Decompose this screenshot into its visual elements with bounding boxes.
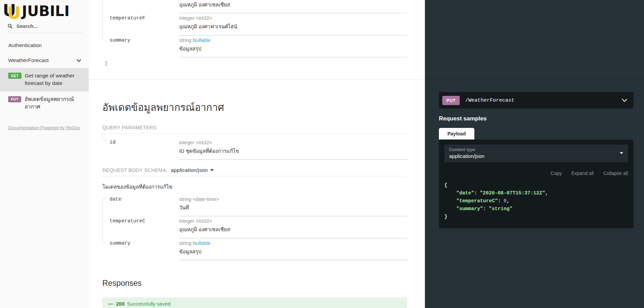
chevron-down-icon bbox=[622, 99, 627, 102]
nullable-flag: Nullable bbox=[193, 38, 211, 43]
field-description: อุณหภูมิ องศาฟาเรนต์ไฮน์ bbox=[179, 23, 407, 30]
schema-row: temperatureC integer <int32> อุณหภูมิ อง… bbox=[102, 216, 407, 238]
field-name: summary bbox=[102, 35, 179, 57]
param-name: id bbox=[102, 138, 179, 160]
nullable-flag: Nullable bbox=[193, 240, 211, 246]
code-line: "summary":"string" bbox=[444, 205, 628, 213]
closing-bracket: ] bbox=[104, 61, 407, 67]
content-type-value: application/json bbox=[171, 167, 208, 173]
endpoint-path: /WeatherForecast bbox=[465, 98, 622, 103]
expand-all-button[interactable]: Expand all bbox=[571, 171, 593, 176]
put-method-badge: PUT bbox=[442, 96, 460, 105]
caret-down-icon bbox=[210, 169, 214, 171]
sample-actions: Copy Expand all Collapse all bbox=[444, 171, 628, 176]
caret-down-icon bbox=[620, 152, 623, 154]
put-method-badge: PUT bbox=[8, 96, 21, 102]
field-description: อุณหภูมิ องศาเซลเซียส bbox=[179, 226, 407, 233]
sidebar-item-label: Get range of weather forecast by date bbox=[25, 72, 81, 87]
field-name: temperatureF bbox=[102, 13, 179, 35]
samples-panel: PUT /WeatherForecast Request samples Pay… bbox=[425, 0, 644, 308]
schema-row: temperatureF integer <int32> อุณหภูมิ อง… bbox=[102, 13, 407, 35]
responses-heading: Responses bbox=[102, 279, 407, 288]
chevron-down-icon bbox=[76, 59, 81, 62]
response-row-200[interactable]: — 200 Successfully saved bbox=[102, 297, 407, 308]
request-body-schema-label: REQUEST BODY SCHEMA: bbox=[102, 167, 168, 173]
field-type: string bbox=[179, 240, 191, 246]
query-parameters-table: id integer <int32> ID ชุดข้อมูลที่ต้องกา… bbox=[102, 134, 407, 160]
field-description: อุณหภูมิ องศาเซลเซียส bbox=[179, 1, 407, 8]
search-input[interactable]: Search... bbox=[8, 23, 84, 33]
request-body-description: โมเดลของข้อมูลที่ต้องการแก้ไข bbox=[102, 183, 407, 191]
field-description: ข้อมูลสรุป bbox=[179, 45, 407, 52]
brace-close: } bbox=[444, 214, 447, 219]
field-type: integer <int32> bbox=[179, 13, 407, 21]
schema-table: อุณหภูมิ องศาเซลเซียส temperatureF integ… bbox=[102, 0, 407, 57]
redoc-app: U U JUBILI Search... Authentication Weat… bbox=[0, 0, 644, 308]
logo: U U JUBILI bbox=[2, 1, 89, 20]
powered-by-redoc-link[interactable]: Documentation Powered by ReDoc bbox=[8, 125, 81, 130]
content-type-select[interactable]: Content type application/json bbox=[444, 145, 628, 162]
sidebar-item-weatherforecast[interactable]: WeatherForecast bbox=[0, 53, 89, 68]
field-type: integer <int32> bbox=[179, 216, 407, 224]
sidebar-nav: Authentication WeatherForecast GET Get r… bbox=[0, 38, 89, 115]
get-method-badge: GET bbox=[8, 73, 22, 79]
content-type-label: Content type bbox=[449, 147, 623, 152]
request-body-table: date string <date-time> วันที่ temperatu… bbox=[102, 194, 407, 260]
schema-row: summary string Nullable ข้อมูลสรุป bbox=[102, 238, 407, 260]
field-description: ข้อมูลสรุป bbox=[179, 248, 407, 255]
logo-mark-yellow-u: U bbox=[7, 3, 20, 22]
sidebar: U U JUBILI Search... Authentication Weat… bbox=[0, 0, 89, 308]
sidebar-item-get-range-weather[interactable]: GET Get range of weather forecast by dat… bbox=[0, 68, 89, 91]
code-line: "date":"2020-08-07T15:37:12Z", bbox=[444, 189, 628, 197]
query-parameters-label: QUERY PARAMETERS bbox=[102, 125, 407, 134]
json-sample: { "date":"2020-08-07T15:37:12Z", "temper… bbox=[444, 181, 628, 221]
response-message: Successfully saved bbox=[127, 301, 171, 307]
content-type-dropdown[interactable]: application/json bbox=[171, 167, 214, 173]
param-type: integer <int32> bbox=[179, 138, 407, 145]
response-code: 200 bbox=[116, 301, 125, 307]
collapse-dash-icon: — bbox=[108, 301, 113, 307]
search-placeholder: Search... bbox=[16, 23, 38, 29]
collapse-all-button[interactable]: Collapse all bbox=[603, 171, 628, 176]
param-description: ID ชุดข้อมูลที่ต้องการแก้ไข bbox=[179, 148, 407, 155]
schema-row-partial: อุณหภูมิ องศาเซลเซียส bbox=[102, 0, 407, 13]
copy-button[interactable]: Copy bbox=[551, 171, 562, 176]
logo-mark-icon: U U bbox=[2, 1, 22, 20]
operation-title: อัพเดตข้อมูลพยากรณ์อากาศ bbox=[102, 100, 407, 115]
request-samples-heading: Request samples bbox=[439, 115, 633, 122]
field-description: วันที่ bbox=[179, 204, 407, 211]
code-line: "temperatureC":0, bbox=[444, 197, 628, 205]
schema-row: summary string Nullable ข้อมูลสรุป bbox=[102, 35, 407, 57]
logo-text: JUBILI bbox=[22, 3, 70, 19]
sidebar-item-label: อัพเดตข้อมูลพยากรณ์อากาศ bbox=[25, 96, 81, 111]
request-body-schema-row: REQUEST BODY SCHEMA: application/json bbox=[102, 167, 407, 176]
content-type-selected: application/json bbox=[449, 153, 623, 159]
search-icon bbox=[8, 24, 13, 29]
field-type: string bbox=[179, 38, 191, 43]
operation-section: อัพเดตข้อมูลพยากรณ์อากาศ QUERY PARAMETER… bbox=[89, 80, 425, 308]
endpoint-bar[interactable]: PUT /WeatherForecast bbox=[439, 92, 633, 108]
sidebar-item-authentication[interactable]: Authentication bbox=[0, 38, 89, 53]
schema-row: date string <date-time> วันที่ bbox=[102, 194, 407, 216]
sidebar-item-put-update-forecast[interactable]: PUT อัพเดตข้อมูลพยากรณ์อากาศ bbox=[0, 91, 89, 115]
field-name: date bbox=[102, 194, 179, 216]
code-panel: Content type application/json Copy Expan… bbox=[439, 140, 633, 228]
field-type: string <date-time> bbox=[179, 194, 407, 202]
tab-payload[interactable]: Payload bbox=[439, 128, 474, 140]
previous-schema-section: อุณหภูมิ องศาเซลเซียส temperatureF integ… bbox=[89, 0, 425, 67]
schema-row: id integer <int32> ID ชุดข้อมูลที่ต้องกา… bbox=[102, 134, 407, 160]
brace-open: { bbox=[444, 182, 447, 188]
field-name: temperatureC bbox=[102, 216, 179, 238]
content-panel: อุณหภูมิ องศาเซลเซียส temperatureF integ… bbox=[89, 0, 425, 308]
field-name: summary bbox=[102, 238, 179, 260]
sidebar-item-label: WeatherForecast bbox=[8, 57, 49, 63]
